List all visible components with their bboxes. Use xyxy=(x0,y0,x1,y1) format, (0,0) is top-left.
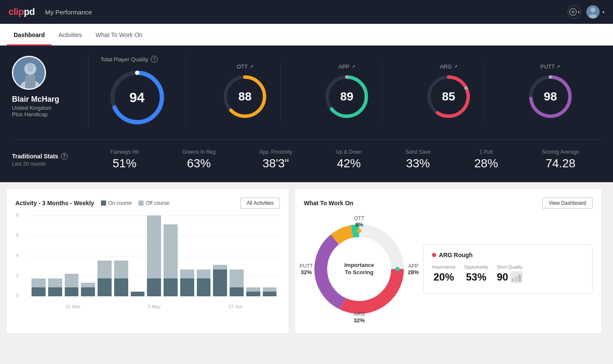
legend-oncourse: On course xyxy=(101,200,132,206)
bar-top xyxy=(197,269,211,278)
trad-label: Traditional Stats ? xyxy=(12,153,89,160)
detail-metric-shotquality: Shot Quality 90 xyxy=(497,264,523,283)
bar-group xyxy=(246,215,260,296)
bar-stack xyxy=(213,265,227,296)
detail-dot xyxy=(432,253,436,257)
bar-stack xyxy=(81,283,95,296)
svg-point-32 xyxy=(357,229,361,233)
detail-card-title: ARG Rough xyxy=(432,252,584,258)
arg-value: 85 xyxy=(442,90,455,103)
sub-score-ott: OTT ↗ 88 xyxy=(210,63,281,120)
trad-sublabel: Last 20 rounds xyxy=(12,161,89,167)
trad-stat-name: Up & Down xyxy=(336,149,362,155)
bar-stack xyxy=(32,278,46,296)
trad-stat-fairways: Fairways Hit 51% xyxy=(110,149,138,170)
trad-stat-name: Fairways Hit xyxy=(110,149,138,155)
bar-top xyxy=(230,269,244,287)
wtwo-title: What To Work On xyxy=(304,200,353,206)
info-icon[interactable]: ? xyxy=(151,56,158,63)
all-activities-button[interactable]: All Activities xyxy=(240,198,280,209)
bar-bottom xyxy=(230,287,244,296)
logo-text: clippd xyxy=(9,6,35,17)
trad-stat-cols: Fairways Hit 51% Greens In Reg 63% App. … xyxy=(89,149,601,170)
trad-stat-value: 38'3" xyxy=(262,157,289,170)
donut-label-app: APP 28% xyxy=(408,263,419,275)
svg-rect-11 xyxy=(25,75,35,90)
bar-top xyxy=(32,278,46,287)
trad-stat-sandsave: Sand Save 33% xyxy=(406,149,431,170)
bar-top xyxy=(48,278,62,287)
tab-dashboard[interactable]: Dashboard xyxy=(7,24,52,46)
trad-stat-value: 28% xyxy=(474,157,498,170)
donut-label-putt: PUTT 32% xyxy=(299,263,313,275)
bar-group xyxy=(32,215,46,296)
bar-bottom xyxy=(164,278,178,296)
activity-panel-header: Activity - 3 Months - Weekly On course O… xyxy=(15,198,280,209)
tab-what-to-work-on[interactable]: What To Work On xyxy=(89,24,149,46)
main-content: Activity - 3 Months - Weekly On course O… xyxy=(0,182,613,340)
hero-top: Blair McHarg United Kingdom Plus Handica… xyxy=(12,56,601,127)
tab-activities[interactable]: Activities xyxy=(52,24,89,46)
bar-top xyxy=(81,283,95,287)
bar-group xyxy=(164,215,178,296)
bar-stack xyxy=(180,269,194,296)
sub-score-putt: PUTT ↗ 98 xyxy=(515,63,586,120)
bar-group xyxy=(131,215,145,296)
wtwo-panel: What To Work On View Dashboard xyxy=(295,189,601,333)
bar-group xyxy=(81,215,95,296)
bar-top xyxy=(114,261,128,278)
x-label-1: 21 Mar xyxy=(66,304,80,309)
player-avatar xyxy=(12,56,46,90)
bar-group xyxy=(180,215,194,296)
bar-bottom xyxy=(114,278,128,296)
view-dashboard-button[interactable]: View Dashboard xyxy=(542,198,593,209)
putt-value: 98 xyxy=(544,90,557,103)
player-info: Blair McHarg United Kingdom Plus Handica… xyxy=(12,56,89,127)
svg-point-23 xyxy=(464,86,468,90)
bar-group xyxy=(197,215,211,296)
trad-info-icon[interactable]: ? xyxy=(61,153,68,160)
svg-point-26 xyxy=(549,75,552,79)
add-icon[interactable]: ▾ xyxy=(567,5,581,19)
trad-stat-name: Greens In Reg xyxy=(182,149,216,155)
donut-chart: ImportanceTo Scoring OTT 8% APP 28% ARG … xyxy=(304,214,414,324)
metric-value: 53% xyxy=(464,271,488,283)
trad-stat-updown: Up & Down 42% xyxy=(336,149,362,170)
logo[interactable]: clippd xyxy=(9,6,35,17)
svg-rect-10 xyxy=(27,63,33,72)
traditional-stats: Traditional Stats ? Last 20 rounds Fairw… xyxy=(12,139,601,170)
svg-rect-37 xyxy=(515,276,518,281)
trad-stat-value: 63% xyxy=(187,157,211,170)
detail-card: ARG Rough Importance 20% Opportunity 53%… xyxy=(423,244,593,294)
app-arrow: ↗ xyxy=(351,64,355,69)
bar-group xyxy=(263,215,277,296)
bar-top xyxy=(180,269,194,278)
activity-title: Activity - 3 Months - Weekly xyxy=(15,200,94,206)
chart-legend: On course Off course xyxy=(101,200,170,206)
player-name: Blair McHarg xyxy=(12,95,59,104)
bar-chart: 8 6 4 2 0 xyxy=(15,215,280,309)
x-labels: 21 Mar 9 May 27 Jun xyxy=(28,304,280,309)
donut-label-ott: OTT 8% xyxy=(354,215,364,228)
bar-stack xyxy=(197,269,211,296)
svg-point-17 xyxy=(243,75,247,79)
bar-stack xyxy=(230,269,244,296)
arg-label: ARG ↗ xyxy=(440,63,457,70)
shot-quality-bar xyxy=(511,271,523,283)
avatar-image xyxy=(587,6,599,18)
arg-ring: 85 xyxy=(425,73,472,120)
svg-point-4 xyxy=(590,8,595,12)
sub-score-arg: ARG ↗ 85 xyxy=(413,63,484,120)
shotquality-row: 90 xyxy=(497,271,523,283)
total-quality-ring: 94 xyxy=(107,68,167,127)
bar-bottom xyxy=(263,292,277,296)
detail-metric-opportunity: Opportunity 53% xyxy=(464,264,488,283)
svg-point-35 xyxy=(319,267,323,271)
trad-stat-value: 51% xyxy=(112,157,136,170)
detail-metric-importance: Importance 20% xyxy=(432,264,455,283)
trad-stat-name: Scoring Average xyxy=(542,149,579,155)
svg-point-20 xyxy=(345,75,348,79)
bar-group xyxy=(230,215,244,296)
avatar-button[interactable]: ▾ xyxy=(586,5,604,19)
player-country: United Kingdom xyxy=(12,105,52,111)
